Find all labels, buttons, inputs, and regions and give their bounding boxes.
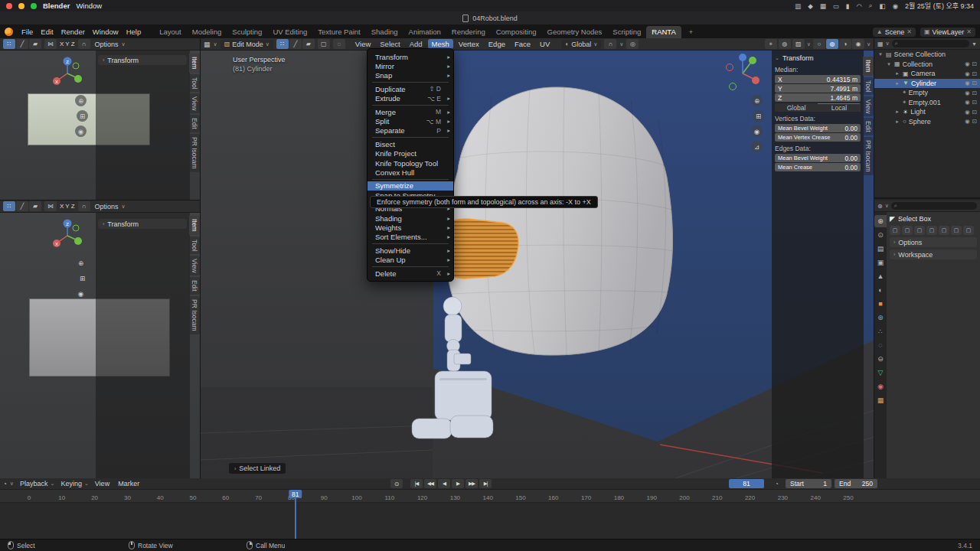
tweak-tool-icon[interactable]: ▢ xyxy=(318,39,330,49)
mesh-menu-item[interactable]: Show/Hide ▸ xyxy=(368,246,453,255)
properties-tab-icon[interactable]: ◌ xyxy=(874,339,887,351)
menubar-status-icon[interactable]: ▥ xyxy=(795,2,801,10)
shading-mode-button[interactable]: ◑ xyxy=(839,39,851,49)
properties-tab-icon[interactable]: ▽ xyxy=(874,367,887,379)
outliner-row[interactable]: ▸ ▣ Camera ◉ ⊡ xyxy=(874,69,980,79)
pan-hand-icon[interactable]: ⊞ xyxy=(77,110,88,122)
topbar-menu[interactable]: Edit xyxy=(37,28,57,36)
mirror-axis-toggle[interactable]: Y xyxy=(65,203,69,210)
tool-option-icon[interactable]: ▢ xyxy=(902,226,913,235)
vertex-data-field[interactable]: Mean Vertex Crease0.00 xyxy=(775,133,861,142)
properties-tab-icon[interactable]: ▤ xyxy=(874,243,887,255)
transport-button[interactable]: ▶| xyxy=(479,479,492,488)
mesh-menu-item[interactable]: Clean Up ▸ xyxy=(368,255,453,264)
sidebar-tab[interactable]: View xyxy=(189,256,200,276)
zoom-icon[interactable]: ⊕ xyxy=(751,95,763,106)
timeline-channels[interactable] xyxy=(0,503,980,539)
overlap-icon[interactable]: ◌ xyxy=(333,39,345,49)
select-mode-button[interactable]: ▰ xyxy=(29,201,41,211)
select-mode-button[interactable]: ╱ xyxy=(16,39,28,49)
select-mode-button[interactable]: ∷ xyxy=(3,39,15,49)
transform-panel-header[interactable]: ⌄ Transform xyxy=(775,54,861,62)
snap-magnet-icon[interactable]: ∩ xyxy=(604,39,616,49)
sidebar-tab[interactable]: Item xyxy=(189,216,200,235)
median-value-field[interactable]: Z1.4645 m xyxy=(775,93,861,102)
topbar-menu[interactable]: Render xyxy=(57,28,89,36)
workspace-tab[interactable]: Texture Paint xyxy=(312,26,365,38)
snap-icon[interactable]: ∩ xyxy=(78,201,90,211)
workspace-tab[interactable]: Animation xyxy=(403,26,446,38)
navigation-gizmo[interactable]: Z X xyxy=(51,217,84,251)
vertex-data-field[interactable]: Mean Bevel Weight0.00 xyxy=(775,124,861,132)
mirror-axis-toggle[interactable]: X xyxy=(60,203,64,210)
sidebar-tab[interactable]: Item xyxy=(863,57,874,76)
sidebar-tab[interactable]: PR Isocam xyxy=(189,134,200,172)
mesh-menu-item[interactable]: Convex Hull xyxy=(368,168,453,177)
select-mode-button[interactable]: ∷ xyxy=(276,39,289,49)
options-dropdown[interactable]: Options xyxy=(95,203,119,210)
viewport-menu[interactable]: UV xyxy=(536,39,554,49)
workspace-tab[interactable]: Compositing xyxy=(491,26,542,38)
scene-selector[interactable]: ▲ Scene ✕ xyxy=(873,28,916,37)
select-mode-button[interactable]: ╱ xyxy=(289,39,302,49)
filter-icon[interactable]: ▼ xyxy=(972,41,977,47)
properties-tab-icon[interactable]: ◐ xyxy=(874,284,887,296)
viewport-main-content[interactable]: User Perspective (81) Cylinder ⊕ ⊞ ◉ ⊿ ⌄… xyxy=(201,51,874,478)
mesh-menu-item[interactable]: Mirror ▸ xyxy=(368,61,453,70)
properties-tab-icon[interactable]: ⊛ xyxy=(874,215,887,227)
options-panel-collapsed[interactable]: › Options xyxy=(890,237,977,247)
sidebar-tab[interactable]: Edit xyxy=(189,115,200,132)
options-dropdown[interactable]: Options xyxy=(95,41,119,48)
mesh-menu-item[interactable]: Extrude ⌥ E ▸ xyxy=(368,94,453,103)
mesh-menu-item[interactable]: Separate P ▸ xyxy=(368,126,453,135)
traffic-zoom-button[interactable] xyxy=(31,3,37,9)
topbar-menu[interactable]: Help xyxy=(122,28,145,36)
mirror-axis-toggle[interactable]: Z xyxy=(71,203,75,210)
shading-mode-button[interactable]: ○ xyxy=(813,39,825,49)
viewport-header-icon[interactable]: ◍ xyxy=(779,39,791,49)
properties-tab-icon[interactable]: ■ xyxy=(874,298,887,310)
mesh-menu-item[interactable]: Snap ▸ xyxy=(368,71,453,80)
timeline-ruler[interactable]: 0102030405060708090100110120130140150160… xyxy=(0,490,980,503)
menubar-status-icon[interactable]: ◉ xyxy=(893,2,898,10)
mesh-menu-item[interactable]: Bisect xyxy=(368,139,453,148)
auto-keying-toggle[interactable]: ⊙ xyxy=(390,479,403,488)
mesh-menu-item[interactable]: Weights ▸ xyxy=(368,223,453,232)
viewport-header-icon[interactable]: ⌖ xyxy=(765,39,777,49)
snap-icon[interactable]: ∩ xyxy=(78,39,90,49)
mesh-menu-item[interactable]: Knife Topology Tool xyxy=(368,158,453,168)
editor-type-icon[interactable]: ⊛ xyxy=(877,203,883,210)
select-mode-button[interactable]: ╱ xyxy=(16,201,28,211)
camera-view-icon[interactable]: ◉ xyxy=(751,126,763,137)
outliner-row[interactable]: ⌖ Empty ◉ ⊡ xyxy=(874,88,980,98)
menubar-status-icon[interactable]: ◆ xyxy=(808,2,813,10)
properties-tab-icon[interactable]: ∴ xyxy=(874,325,887,337)
menubar-window-menu[interactable]: Window xyxy=(76,2,102,10)
sidebar-tab[interactable]: Item xyxy=(189,54,200,73)
traffic-minimize-button[interactable] xyxy=(18,3,24,9)
editor-type-icon[interactable]: ▦ xyxy=(204,41,211,48)
sidebar-tab[interactable]: View xyxy=(863,96,874,116)
blender-logo-icon[interactable] xyxy=(5,28,13,36)
mirror-axis-toggle[interactable]: X xyxy=(60,41,64,47)
properties-tab-icon[interactable]: ⊙ xyxy=(874,229,887,241)
transport-button[interactable]: |◀ xyxy=(410,479,423,488)
viewlayer-selector[interactable]: ▣ ViewLayer ✕ xyxy=(920,28,975,37)
navigation-gizmo[interactable] xyxy=(723,52,763,92)
camera-view-icon[interactable]: ◉ xyxy=(75,288,87,299)
timeline-menu[interactable]: Marker xyxy=(115,480,145,487)
tool-option-icon[interactable]: ▢ xyxy=(890,226,900,235)
sidebar-tab[interactable]: Tool xyxy=(189,74,200,93)
properties-tab-icon[interactable]: ⊖ xyxy=(874,353,887,365)
workspace-tab[interactable]: UV Editing xyxy=(267,26,312,38)
mesh-menu-item[interactable]: Shading ▸ xyxy=(368,214,453,223)
mirror-icon[interactable]: ⋈ xyxy=(44,39,57,49)
menubar-status-icon[interactable]: ◧ xyxy=(880,2,886,10)
menubar-app-name[interactable]: Blender xyxy=(43,2,70,10)
scene-unlink-icon[interactable]: ✕ xyxy=(906,28,912,35)
sidebar-tab[interactable]: Tool xyxy=(863,77,874,96)
pan-hand-icon[interactable]: ⊞ xyxy=(753,110,764,122)
menubar-status-icon[interactable]: ▭ xyxy=(833,2,839,10)
select-mode-button[interactable]: ▰ xyxy=(29,39,41,49)
menubar-status-icon[interactable]: ▮ xyxy=(846,2,850,10)
